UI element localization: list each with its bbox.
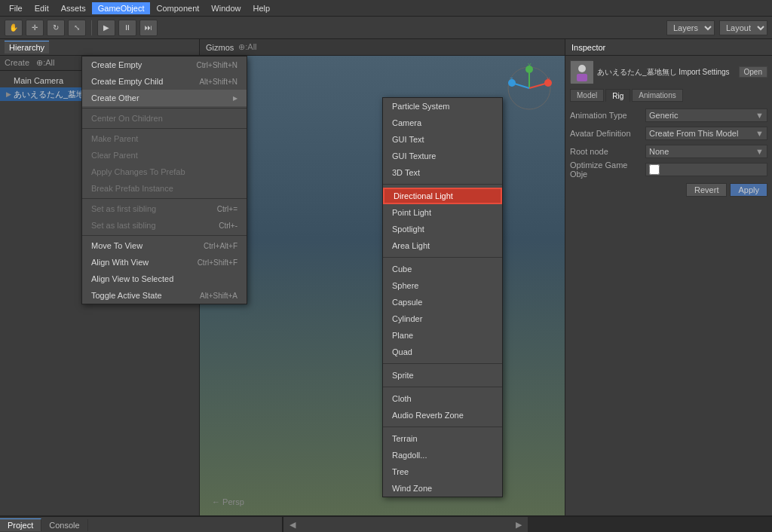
- menu-sep3: [82, 198, 247, 199]
- menu-bar: File Edit Assets GameObject Component Wi…: [0, 0, 772, 17]
- menu-move-to-view[interactable]: Move To View Ctrl+Alt+F: [82, 237, 247, 254]
- file-list-panel: ◀ ▶ ▶ あいえるたん ▶ あいえるたん.MMD4Mecanim ▶ あいえる…: [283, 517, 528, 532]
- submenu-sprite[interactable]: Sprite: [383, 367, 502, 384]
- submenu-spotlight[interactable]: Spotlight: [383, 221, 502, 237]
- scroll-left-icon[interactable]: ◀: [290, 520, 296, 530]
- apply-button[interactable]: Apply: [730, 183, 767, 197]
- inspector-buttons: Revert Apply: [570, 183, 767, 197]
- submenu-tree[interactable]: Tree: [383, 463, 502, 480]
- tab-rig[interactable]: Rig: [605, 89, 630, 102]
- submenu-cloth[interactable]: Cloth: [383, 390, 502, 407]
- menu-create-other[interactable]: Create Other: [82, 90, 247, 106]
- revert-button[interactable]: Revert: [686, 183, 727, 197]
- menu-help[interactable]: Help: [247, 2, 276, 14]
- create-other-submenu: Particle System Camera GUI Text GUI Text…: [382, 97, 503, 497]
- inspector-row-anim-type: Animation Type Generic ▼: [570, 108, 767, 123]
- menu-apply-changes: Apply Changes To Prefab: [82, 164, 247, 180]
- toolbar-pause-btn[interactable]: ⏸: [118, 20, 136, 36]
- menu-gameobject[interactable]: GameObject: [92, 2, 151, 14]
- menu-first-sibling: Set as first sibling Ctrl+=: [82, 200, 247, 217]
- inspector-row-avatar-def: Avatar Definition Create From This Model…: [570, 126, 767, 141]
- hierarchy-tab[interactable]: Hierarchy: [5, 41, 49, 54]
- menu-align-with-view[interactable]: Align With View Ctrl+Shift+F: [82, 254, 247, 271]
- submenu-sep1: [383, 184, 502, 185]
- submenu-sep5: [383, 427, 502, 427]
- inspector-row-root: Root node None ▼: [570, 144, 767, 159]
- toolbar-play-btn[interactable]: ▶: [97, 20, 115, 36]
- svg-text:Z: Z: [510, 77, 513, 82]
- bottom-panel: Project Console Create ★ Favorites 🔍 All…: [0, 515, 772, 532]
- submenu-plane[interactable]: Plane: [383, 327, 502, 344]
- menu-component[interactable]: Component: [150, 2, 205, 14]
- submenu-gui-texture[interactable]: GUI Texture: [383, 148, 502, 164]
- submenu-cylinder[interactable]: Cylinder: [383, 310, 502, 327]
- project-tab[interactable]: Project: [0, 518, 41, 531]
- submenu-terrain[interactable]: Terrain: [383, 430, 502, 447]
- menu-toggle-active[interactable]: Toggle Active State Alt+Shift+A: [82, 287, 247, 304]
- menu-align-view-selected[interactable]: Align View to Selected: [82, 271, 247, 287]
- submenu-sep2: [383, 257, 502, 258]
- toolbar-move-btn[interactable]: ✛: [26, 20, 44, 36]
- menu-create-empty-child[interactable]: Create Empty Child Alt+Shift+N: [82, 73, 247, 90]
- gizmo-svg: Y X Z: [503, 62, 556, 115]
- menu-edit[interactable]: Edit: [29, 2, 55, 14]
- scroll-right-icon[interactable]: ▶: [516, 520, 522, 530]
- file-list-header: ◀ ▶: [283, 517, 528, 532]
- gameobject-dropdown: Create Empty Ctrl+Shift+N Create Empty C…: [81, 56, 247, 304]
- optimize-value[interactable]: [645, 163, 767, 176]
- toolbar-sep1: [91, 20, 92, 35]
- persp-label: ← Persp: [212, 497, 244, 506]
- submenu-camera[interactable]: Camera: [383, 115, 502, 131]
- project-panel: Project Console Create ★ Favorites 🔍 All…: [0, 517, 283, 532]
- tab-model[interactable]: Model: [570, 89, 604, 102]
- inspector-row-optimize: Optimize Game Obje: [570, 162, 767, 177]
- menu-sep2: [82, 128, 247, 129]
- svg-text:Y: Y: [528, 63, 532, 68]
- optimize-checkbox[interactable]: [649, 164, 660, 175]
- submenu-area-light[interactable]: Area Light: [383, 237, 502, 254]
- submenu-cube[interactable]: Cube: [383, 261, 502, 277]
- avatar-def-value[interactable]: Create From This Model ▼: [645, 127, 767, 140]
- root-node-value[interactable]: None ▼: [645, 145, 767, 158]
- menu-last-sibling: Set as last sibling Ctrl+-: [82, 217, 247, 234]
- toolbar-rotate-btn[interactable]: ↻: [47, 20, 65, 36]
- hierarchy-create-label: Create ⊕:All: [5, 58, 54, 68]
- layout-select[interactable]: Layout: [719, 20, 767, 35]
- menu-window[interactable]: Window: [205, 2, 247, 14]
- inspector-tabs: Model Rig Animations: [570, 89, 767, 102]
- menu-create-empty[interactable]: Create Empty Ctrl+Shift+N: [82, 57, 247, 73]
- gizmo-box: Y X Z: [503, 62, 556, 115]
- tab-animations[interactable]: Animations: [632, 89, 682, 102]
- submenu-point-light[interactable]: Point Light: [383, 204, 502, 221]
- submenu-sphere[interactable]: Sphere: [383, 277, 502, 294]
- submenu-capsule[interactable]: Capsule: [383, 294, 502, 310]
- open-button[interactable]: Open: [739, 66, 767, 78]
- layers-select[interactable]: Layers: [666, 20, 715, 35]
- console-tab[interactable]: Console: [41, 519, 87, 531]
- menu-file[interactable]: File: [3, 2, 29, 14]
- anim-type-value[interactable]: Generic ▼: [645, 109, 767, 122]
- root-node-label: Root node: [570, 147, 645, 156]
- submenu-particle[interactable]: Particle System: [383, 98, 502, 115]
- menu-assets[interactable]: Assets: [55, 2, 92, 14]
- toolbar-hand-btn[interactable]: ✋: [5, 20, 23, 36]
- submenu-3d-text[interactable]: 3D Text: [383, 164, 502, 181]
- viewport-all-label: ⊕:All: [238, 42, 256, 52]
- hierarchy-panel: Hierarchy Create ⊕:All Main Camera ▶ あいえ…: [0, 39, 200, 515]
- submenu-ragdoll[interactable]: Ragdoll...: [383, 447, 502, 463]
- inspector-title: あいえるたん_墓地無し Import Settings Open: [570, 60, 767, 83]
- submenu-directional-light[interactable]: Directional Light: [383, 188, 502, 204]
- gameobject-menu: Create Empty Ctrl+Shift+N Create Empty C…: [81, 56, 247, 304]
- main-layout: Hierarchy Create ⊕:All Main Camera ▶ あいえ…: [0, 39, 772, 515]
- submenu-audio-reverb[interactable]: Audio Reverb Zone: [383, 407, 502, 423]
- viewport-header: Gizmos ⊕:All: [200, 39, 565, 56]
- toolbar-scale-btn[interactable]: ⤡: [68, 20, 86, 36]
- toolbar-step-btn[interactable]: ⏭: [139, 20, 158, 36]
- toolbar: ✋ ✛ ↻ ⤡ ▶ ⏸ ⏭ Layers Layout: [0, 17, 772, 39]
- submenu-gui-text[interactable]: GUI Text: [383, 131, 502, 148]
- submenu-wind-zone[interactable]: Wind Zone: [383, 480, 502, 497]
- submenu-quad[interactable]: Quad: [383, 344, 502, 360]
- project-tabs: Project Console: [0, 517, 282, 532]
- svg-text:X: X: [547, 77, 550, 82]
- inspector-tab-label: Inspector: [571, 43, 605, 52]
